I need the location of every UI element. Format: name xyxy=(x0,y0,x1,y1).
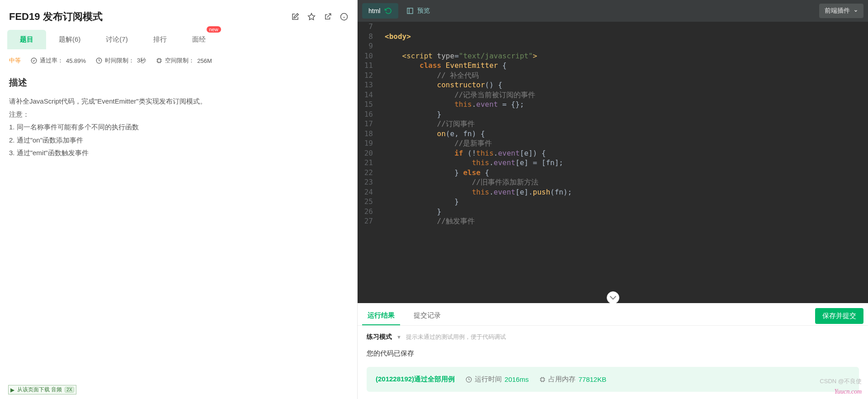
mode-row: 练习模式 ▼ 提示未通过的测试用例，便于代码调试 xyxy=(367,333,859,341)
tab-item[interactable]: 排行 xyxy=(141,30,179,49)
description-section: 描述 请补全JavaScript代码，完成"EventEmitter"类实现发布… xyxy=(0,72,357,164)
description-heading: 描述 xyxy=(9,76,348,89)
saved-text: 您的代码已保存 xyxy=(367,349,859,358)
chevron-down-icon[interactable]: ▼ xyxy=(396,334,401,340)
submission-id: (201228192) xyxy=(376,375,414,383)
plugin-dropdown[interactable]: 前端插件 xyxy=(819,4,863,18)
problem-title: FED19 发布订阅模式 xyxy=(9,10,103,24)
note-label: 注意： xyxy=(9,108,348,121)
layout-icon xyxy=(406,7,414,14)
site-watermark: Yuucn.com xyxy=(834,388,862,395)
mode-hint: 提示未通过的测试用例，便于代码调试 xyxy=(406,333,506,341)
memory-icon xyxy=(539,376,546,383)
description-text: 请补全JavaScript代码，完成"EventEmitter"类实现发布订阅模… xyxy=(9,95,348,108)
info-icon[interactable] xyxy=(340,13,348,21)
list-item: 1. 同一名称事件可能有多个不同的执行函数 xyxy=(9,121,348,134)
problem-header: FED19 发布订阅模式 xyxy=(0,0,357,30)
svg-marker-0 xyxy=(308,14,315,20)
list-item: 2. 通过"on"函数添加事件 xyxy=(9,134,348,147)
editor-toolbar: html 预览 前端插件 xyxy=(358,0,868,22)
csdn-watermark: CSDN @不良使 xyxy=(820,377,862,385)
tab-item[interactable]: 题目 xyxy=(7,30,46,49)
edit-icon[interactable] xyxy=(291,13,299,21)
star-icon[interactable] xyxy=(307,13,316,21)
success-box: (201228192)通过全部用例 运行时间 2016ms 占用内存 77812… xyxy=(367,367,859,392)
result-tab[interactable]: 提交记录 xyxy=(408,307,446,325)
play-icon: ▶ xyxy=(10,387,14,393)
runtime: 运行时间 2016ms xyxy=(466,375,528,384)
external-link-icon[interactable] xyxy=(324,13,332,21)
clock-icon xyxy=(466,376,472,383)
code-editor[interactable]: 789101112131415161718192021222324252627 … xyxy=(358,22,868,303)
list-item: 3. 通过"emit"函数触发事件 xyxy=(9,147,348,160)
check-icon xyxy=(31,57,37,64)
memory: 占用内存 77812KB xyxy=(539,375,606,384)
refresh-icon[interactable] xyxy=(385,7,392,14)
editor-tab-preview[interactable]: 预览 xyxy=(406,7,430,15)
passrate: 通过率： 45.89% xyxy=(31,57,86,65)
problem-meta: 中等 通过率： 45.89% 时间限制： 3秒 空间限制： 256M xyxy=(0,49,357,72)
difficulty-label: 中等 xyxy=(9,57,21,65)
svg-point-2 xyxy=(31,58,37,63)
problem-tabs: 题目题解(6)讨论(7)排行面经new xyxy=(0,30,357,49)
code-content: <body> <script type="text/javascript"> c… xyxy=(358,22,868,226)
result-tabs: 运行结果提交记录 xyxy=(362,307,446,325)
clock-icon xyxy=(96,57,102,64)
tab-item[interactable]: 面经new xyxy=(179,30,218,49)
problem-panel: FED19 发布订阅模式 题目题解(6)讨论(7)排行面经new 中等 通过率：… xyxy=(0,0,357,399)
collapse-button[interactable] xyxy=(607,291,619,303)
audio-download-bar[interactable]: ▶ 从该页面下载 音频 2X xyxy=(8,385,76,394)
mode-label[interactable]: 练习模式 xyxy=(367,333,392,341)
editor-panel: html 预览 前端插件 789101112131415161718192021… xyxy=(357,0,868,399)
space-limit: 空间限制： 256M xyxy=(156,57,212,65)
memory-icon xyxy=(156,57,162,64)
line-gutter: 789101112131415161718192021222324252627 xyxy=(358,22,377,303)
description-list: 1. 同一名称事件可能有多个不同的执行函数2. 通过"on"函数添加事件3. 通… xyxy=(9,121,348,160)
svg-rect-4 xyxy=(158,59,161,62)
tab-item[interactable]: 题解(6) xyxy=(46,30,93,49)
tab-item[interactable]: 讨论(7) xyxy=(93,30,140,49)
result-area: 运行结果提交记录 保存并提交 练习模式 ▼ 提示未通过的测试用例，便于代码调试 … xyxy=(358,303,868,399)
result-tab[interactable]: 运行结果 xyxy=(362,307,400,325)
time-limit: 时间限制： 3秒 xyxy=(96,57,146,65)
svg-rect-5 xyxy=(407,8,413,14)
submit-button[interactable]: 保存并提交 xyxy=(815,308,863,324)
chevron-down-icon xyxy=(854,9,858,13)
svg-rect-7 xyxy=(541,378,544,381)
new-badge: new xyxy=(207,26,221,33)
editor-tab-html[interactable]: html xyxy=(362,3,398,19)
pass-text: 通过全部用例 xyxy=(414,375,455,383)
